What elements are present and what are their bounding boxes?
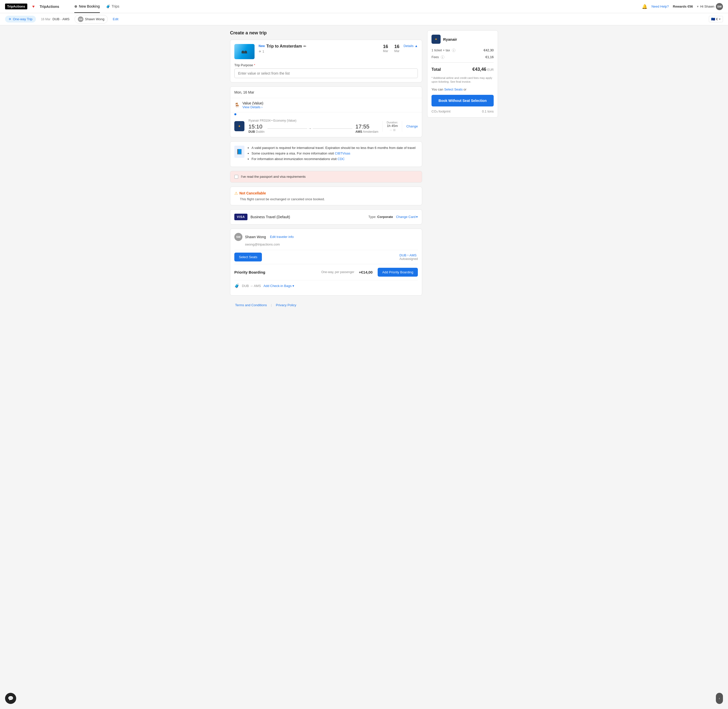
priority-boarding-row: Priority Boarding One-way, per passenger… (234, 264, 418, 280)
flag-icon: 🇪🇺 (711, 17, 715, 21)
trip-header: 🏘 New Trip to Amsterdam ✏ ✈ 1 (234, 44, 418, 59)
flight-row: ✦ Ryanair FR3104 • Economy (Value) 15:10 (230, 115, 422, 137)
sidebar-airline-header: ✦ Ryanair (431, 35, 494, 44)
brand-name: TripActions (40, 4, 59, 9)
flight-count-icon: ✈ (259, 50, 261, 53)
add-priority-button[interactable]: Add Priority Boarding (378, 268, 418, 277)
header-right: 🔔 Need Help? Rewards €56 ▾ Hi Shawn SW (642, 3, 723, 10)
seat-route-label: DUB › AMS (399, 253, 418, 257)
booking-bar: ✈ One-way Trip 16 Mar DUB › AMS SW Shawn… (0, 13, 728, 25)
cancellation-header: ⚠ Not Cancellable (234, 191, 418, 196)
passport-checkbox-label: I've read the passport and visa requirem… (241, 175, 306, 178)
nav-trips[interactable]: 🧳 Trips (106, 0, 119, 13)
sidebar-airline-logo: ✦ (431, 35, 441, 44)
flight-class-row: 🪑 Value (Value) View Details › (230, 98, 422, 112)
autoassign-info: DUB › AMS Autoassigned (399, 253, 418, 261)
main-content: Create a new trip 🏘 New Trip to Amsterda… (230, 30, 422, 311)
fees-label: Fees i (431, 55, 444, 59)
new-booking-icon: ⊕ (74, 4, 77, 8)
passport-checkbox[interactable] (234, 175, 238, 179)
traveler-email: swong@tripactions.com (245, 242, 418, 246)
footer: Terms and Conditions | Privacy Policy (230, 300, 422, 311)
logo[interactable]: TripActions (5, 4, 27, 9)
trip-type-pill[interactable]: ✈ One-way Trip (5, 16, 36, 22)
sidebar-airline-name: Ryanair (443, 37, 457, 41)
page-title: Create a new trip (230, 30, 422, 36)
trip-purpose-section: Trip Purpose * (234, 63, 418, 78)
route-cities: DUB › AMS (52, 17, 70, 21)
trip-name-edit-icon[interactable]: ✏ (303, 44, 306, 48)
cancellation-title: Not Cancellable (239, 191, 266, 195)
payment-name: Business Travel (Default) (250, 215, 365, 219)
fees-row: Fees i €1,16 (431, 54, 494, 60)
traveler-section: SW Shawn Wong Edit traveler info swong@t… (230, 229, 422, 296)
terms-link[interactable]: Terms and Conditions (235, 303, 267, 307)
add-bags-button[interactable]: Add Check-in Bags ▾ (264, 284, 294, 288)
co2-label: CO₂ footprint (431, 109, 450, 113)
user-menu[interactable]: ▾ Hi Shawn SW (697, 3, 723, 10)
currency-selector[interactable]: 🇪🇺 € ▾ (709, 16, 723, 22)
cdc-link[interactable]: CDC (338, 157, 345, 161)
change-flight-btn[interactable]: Change (406, 123, 418, 130)
ticket-price: €42,30 (483, 48, 494, 52)
blue-dot-icon (234, 113, 236, 115)
header-nav: ⊕ New Booking 🧳 Trips (74, 0, 119, 13)
trip-image-visual: 🏘 (234, 44, 255, 59)
nav-new-booking[interactable]: ⊕ New Booking (74, 0, 100, 13)
sidebar-select-seats-link[interactable]: Select Seats (444, 88, 463, 91)
ticket-label: 1 ticket + tax i (431, 48, 456, 52)
cancellation-text: This flight cannot be exchanged or cance… (234, 197, 418, 201)
need-help-link[interactable]: Need Help? (651, 4, 669, 8)
flight-meta: Ryanair FR3104 • Economy (Value) (249, 119, 379, 123)
trip-flight-count: ✈ 1 (259, 50, 379, 53)
header: TripActions ♥ TripActions ⊕ New Booking … (0, 0, 728, 13)
fees-info-icon[interactable]: i (441, 55, 444, 59)
sidebar-card: ✦ Ryanair 1 ticket + tax i €42,30 Fees i… (427, 30, 498, 118)
fees-price: €1,16 (485, 55, 494, 59)
trip-dates: 16 Mar 16 Mar (383, 44, 399, 53)
bags-icon: 🧳 (234, 283, 239, 288)
arrival-time: 17:55 AMS Amsterdam (355, 123, 379, 134)
flight-route: 16 Mar DUB › AMS (41, 17, 70, 21)
trip-purpose-input[interactable] (234, 69, 418, 78)
seat-icon: 🪑 (234, 102, 240, 108)
passenger-pill[interactable]: SW Shawn Wong (74, 15, 108, 23)
details-btn[interactable]: Details ▲ (403, 44, 418, 48)
book-without-seat-button[interactable]: Book Without Seat Selection (431, 95, 494, 106)
arrival-airport: AMS Amsterdam (355, 130, 379, 134)
trip-card: 🏘 New Trip to Amsterdam ✏ ✈ 1 (230, 40, 422, 82)
autoassigned-label: Autoassigned (399, 257, 418, 261)
payment-type: Type: Corporate (368, 215, 393, 219)
total-row: Total €43,46 EUR (431, 65, 494, 74)
route-date: 16 Mar (41, 18, 50, 21)
traveler-header: SW Shawn Wong Edit traveler info (234, 233, 418, 241)
passport-notice: 📘 A valid passport is required for inter… (230, 142, 422, 167)
bags-route: DUB → AMS (242, 284, 261, 288)
co2-value: 0.1 tons (482, 109, 494, 113)
edit-traveler-link[interactable]: Edit traveler info (270, 235, 294, 239)
flight-times: 15:10 DUB Dublin → (249, 123, 379, 134)
ticket-info-icon[interactable]: i (452, 48, 456, 52)
ryanair-logo-icon: ✦ (238, 124, 241, 128)
route-arrow-icon: › (60, 18, 61, 21)
bell-icon[interactable]: 🔔 (642, 4, 647, 9)
flight-arrow: → (268, 127, 352, 130)
view-details-link[interactable]: View Details › (242, 105, 264, 109)
privacy-link[interactable]: Privacy Policy (276, 303, 296, 307)
sidebar: ✦ Ryanair 1 ticket + tax i €42,30 Fees i… (427, 30, 498, 311)
change-card-btn[interactable]: Change Card ▾ (396, 215, 418, 219)
select-seats-button[interactable]: Select Seats (234, 252, 262, 261)
passport-item-2: Some countries require a visa. For more … (252, 151, 416, 156)
flight-icon: ✈ (9, 17, 12, 21)
passport-item-3: For information about immunization recom… (252, 157, 416, 161)
passport-checkbox-row: I've read the passport and visa requirem… (230, 171, 422, 182)
edit-booking-link[interactable]: Edit (113, 17, 118, 21)
co2-row: CO₂ footprint 0.1 tons (431, 106, 494, 113)
bar-right: 🇪🇺 € ▾ (709, 16, 723, 22)
trips-icon: 🧳 (106, 4, 110, 8)
flight-section: Mon, 16 Mar 🪑 Value (Value) View Details… (230, 86, 422, 137)
currency-chevron-icon: ▾ (719, 17, 721, 21)
flight-date-header: Mon, 16 Mar (230, 87, 422, 98)
passport-icon: 📘 (234, 146, 245, 158)
cibt-link[interactable]: CIBTVisas (335, 152, 350, 155)
